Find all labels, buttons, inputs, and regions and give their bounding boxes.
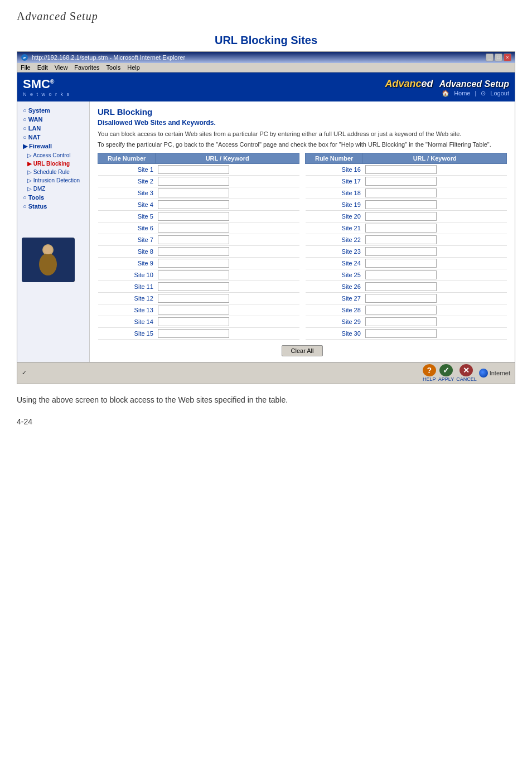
table-row: Site 23 <box>306 245 507 257</box>
url-input-left-11[interactable] <box>158 282 229 291</box>
table-row: Site 1 <box>98 163 299 175</box>
header-url-left: URL / Keyword <box>156 153 299 163</box>
cancel-button[interactable]: ✕ CANCEL <box>456 364 477 382</box>
url-input-left-1[interactable] <box>158 165 229 174</box>
sidebar-item-tools[interactable]: ○ Tools <box>17 193 89 202</box>
header-rule-left: Rule Number <box>98 153 156 163</box>
site-label-right-19: Site 19 <box>306 199 363 210</box>
site-label-left-5: Site 5 <box>98 210 156 222</box>
description2: To specify the particular PC, go back to… <box>98 141 507 149</box>
site-label-right-28: Site 28 <box>306 304 363 316</box>
header-rule-right: Rule Number <box>306 153 363 163</box>
menu-favorites[interactable]: Favorites <box>74 64 99 71</box>
svg-point-4 <box>39 253 57 275</box>
sidebar-item-firewall[interactable]: ▶ Firewall <box>17 142 89 151</box>
url-input-cell-right-26 <box>363 280 507 292</box>
logout-link[interactable]: Logout <box>490 90 509 97</box>
table-row: Site 17 <box>306 175 507 187</box>
url-input-right-19[interactable] <box>365 200 437 209</box>
url-input-cell-right-16 <box>363 163 507 175</box>
cancel-icon: ✕ <box>460 364 473 376</box>
sidebar-item-intrusion[interactable]: ▷ Intrusion Detection <box>17 176 89 185</box>
url-input-right-20[interactable] <box>365 212 437 221</box>
url-input-right-29[interactable] <box>365 317 437 326</box>
table-row: Site 10 <box>98 269 299 280</box>
sidebar-item-schedule-rule[interactable]: ▷ Schedule Rule <box>17 168 89 176</box>
sidebar-item-status[interactable]: ○ Status <box>17 202 89 211</box>
url-input-right-26[interactable] <box>365 282 437 291</box>
url-input-left-10[interactable] <box>158 270 229 279</box>
titlebar-buttons[interactable]: _ □ × <box>486 54 511 61</box>
url-input-cell-left-12 <box>156 292 299 304</box>
url-input-left-12[interactable] <box>158 294 229 303</box>
site-label-right-24: Site 24 <box>306 257 363 269</box>
bottom-buttons: Clear All <box>98 345 507 356</box>
sidebar-item-system[interactable]: ○ System <box>17 106 89 115</box>
url-input-cell-left-10 <box>156 269 299 280</box>
titlebar-text: http://192.168.2.1/setup.stm - Microsoft… <box>32 54 185 61</box>
sidebar-item-nat[interactable]: ○ NAT <box>17 133 89 142</box>
menu-edit[interactable]: Edit <box>37 64 48 71</box>
menu-tools[interactable]: Tools <box>107 64 121 71</box>
url-input-right-30[interactable] <box>365 329 437 338</box>
minimize-button[interactable]: _ <box>486 54 494 61</box>
maximize-button[interactable]: □ <box>495 54 502 61</box>
apply-button[interactable]: ✓ APPLY <box>438 364 454 382</box>
url-input-right-25[interactable] <box>365 270 437 279</box>
menu-view[interactable]: View <box>55 64 68 71</box>
sidebar-item-lan[interactable]: ○ LAN <box>17 124 89 133</box>
close-button[interactable]: × <box>504 54 511 61</box>
caption-text: Using the above screen to block access t… <box>0 384 532 412</box>
page-title: Advanced Setup <box>17 10 515 23</box>
url-input-left-7[interactable] <box>158 235 229 244</box>
url-input-right-27[interactable] <box>365 294 437 303</box>
url-input-left-8[interactable] <box>158 247 229 256</box>
url-input-cell-right-18 <box>363 187 507 199</box>
url-input-left-2[interactable] <box>158 177 229 186</box>
bullet-status: ○ <box>23 203 28 210</box>
table-row: Site 30 <box>306 327 507 339</box>
site-label-right-16: Site 16 <box>306 163 363 175</box>
table-row: Site 14 <box>98 316 299 327</box>
url-input-right-18[interactable] <box>365 188 437 197</box>
url-input-cell-left-13 <box>156 304 299 316</box>
url-input-right-23[interactable] <box>365 247 437 256</box>
home-icon: 🏠 <box>442 90 449 97</box>
logout-icon: ⊙ <box>481 90 486 97</box>
home-link[interactable]: Home <box>454 90 470 97</box>
url-input-left-6[interactable] <box>158 224 229 233</box>
url-input-left-13[interactable] <box>158 306 229 315</box>
sidebar-item-url-blocking[interactable]: ▶ URL Blocking <box>17 159 89 168</box>
help-button[interactable]: ? HELP <box>423 364 436 382</box>
url-input-cell-right-27 <box>363 292 507 304</box>
url-input-left-4[interactable] <box>158 200 229 209</box>
url-input-right-28[interactable] <box>365 306 437 315</box>
url-input-right-21[interactable] <box>365 224 437 233</box>
svg-text:e: e <box>23 55 26 60</box>
smc-header-links: 🏠 Home | ⊙ Logout <box>442 90 509 97</box>
description1: You can block access to certain Web site… <box>98 130 507 138</box>
url-input-left-3[interactable] <box>158 188 229 197</box>
menu-file[interactable]: File <box>21 64 31 71</box>
url-input-right-22[interactable] <box>365 235 437 244</box>
sidebar-item-wan[interactable]: ○ WAN <box>17 115 89 124</box>
site-label-left-12: Site 12 <box>98 292 156 304</box>
url-input-cell-right-21 <box>363 222 507 234</box>
bullet-system: ○ <box>23 107 28 114</box>
sidebar-item-access-control[interactable]: ▷ Access Control <box>17 151 89 159</box>
url-input-left-15[interactable] <box>158 329 229 338</box>
url-input-left-9[interactable] <box>158 259 229 268</box>
url-input-left-14[interactable] <box>158 317 229 326</box>
header-url-right: URL / Keyword <box>363 153 507 163</box>
sidebar-item-dmz[interactable]: ▷ DMZ <box>17 185 89 193</box>
url-input-left-5[interactable] <box>158 212 229 221</box>
clear-all-button[interactable]: Clear All <box>282 345 323 356</box>
url-input-right-16[interactable] <box>365 165 437 174</box>
site-label-right-26: Site 26 <box>306 280 363 292</box>
menu-help[interactable]: Help <box>127 64 140 71</box>
smc-header: SMC® N e t w o r k s Advanced Advanced S… <box>17 72 515 101</box>
url-input-right-17[interactable] <box>365 177 437 186</box>
content-wrapper: ○ System ○ WAN ○ LAN ○ NAT ▶ Firewall ▷ <box>17 101 515 362</box>
status-icon: ✓ <box>22 369 27 376</box>
url-input-right-24[interactable] <box>365 259 437 268</box>
